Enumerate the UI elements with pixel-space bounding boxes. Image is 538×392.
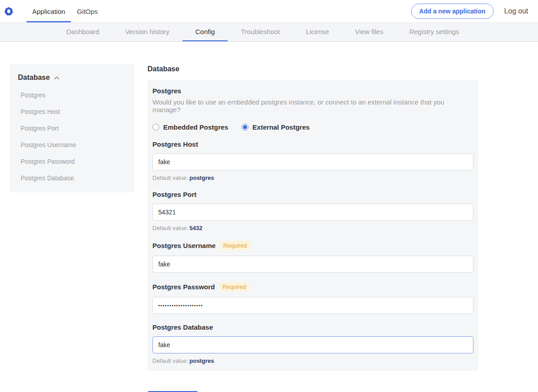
radio-embedded-postgres[interactable]: Embedded Postgres <box>152 123 228 131</box>
app-sub-nav: Dashboard Version history Config Trouble… <box>0 23 538 42</box>
radio-external-postgres-label: External Postgres <box>252 123 310 131</box>
postgres-password-input[interactable] <box>152 297 473 314</box>
postgres-group-label: Postgres <box>152 87 473 95</box>
page-title: Database <box>148 65 478 73</box>
sidebar-item-postgres-host[interactable]: Postgres Host <box>21 108 127 115</box>
postgres-group: Postgres Would you like to use an embedd… <box>152 87 473 131</box>
radio-embedded-postgres-label: Embedded Postgres <box>163 123 228 131</box>
tab-view-files[interactable]: View files <box>342 23 396 41</box>
default-value: postgres <box>190 357 214 364</box>
radio-unselected-icon[interactable] <box>152 124 159 131</box>
radio-external-postgres[interactable]: External Postgres <box>242 123 310 131</box>
postgres-username-label: Postgres Username <box>152 242 216 249</box>
default-value: postgres <box>190 174 214 181</box>
tab-version-history[interactable]: Version history <box>112 23 182 41</box>
radio-selected-icon[interactable] <box>242 124 248 131</box>
sidebar-group-label: Database <box>18 74 50 82</box>
tab-application[interactable]: Application <box>26 0 71 22</box>
add-application-button[interactable]: Add a new application <box>411 4 494 19</box>
postgres-help-text: Would you like to use an embedded postgr… <box>152 98 473 113</box>
postgres-radio-group: Embedded Postgres External Postgres <box>152 123 473 131</box>
sidebar-item-postgres-database[interactable]: Postgres Database <box>21 174 127 182</box>
required-badge: Required <box>220 241 250 250</box>
postgres-host-label: Postgres Host <box>152 140 198 148</box>
postgres-port-label: Postgres Port <box>152 191 196 198</box>
sidebar-group-database[interactable]: Database <box>18 74 127 82</box>
postgres-database-input[interactable] <box>152 336 473 353</box>
logout-link[interactable]: Log out <box>504 7 528 15</box>
postgres-host-default-hint: Default value:postgres <box>152 174 473 181</box>
default-prefix: Default value: <box>152 174 188 181</box>
postgres-database-field: Postgres Database Default value:postgres <box>152 323 473 364</box>
top-nav: Application GitOps Add a new application… <box>0 0 538 23</box>
sidebar-item-list: Postgres Postgres Host Postgres Port Pos… <box>18 91 127 182</box>
top-nav-actions: Add a new application Log out <box>411 4 528 19</box>
config-page: Database Postgres Postgres Host Postgres… <box>0 42 538 392</box>
postgres-host-input[interactable] <box>152 153 473 170</box>
required-badge: Required <box>219 282 249 292</box>
chevron-up-icon <box>54 74 60 82</box>
postgres-database-default-hint: Default value:postgres <box>152 357 473 364</box>
app-logo-icon <box>4 7 13 16</box>
postgres-password-field: Postgres Password Required <box>152 282 473 314</box>
postgres-password-label: Postgres Password <box>152 283 215 291</box>
tab-config[interactable]: Config <box>182 23 228 41</box>
default-prefix: Default value: <box>152 357 188 364</box>
postgres-database-label: Postgres Database <box>152 323 213 331</box>
postgres-username-field: Postgres Username Required <box>152 241 473 273</box>
postgres-port-field: Postgres Port Default value:5432 <box>152 191 473 231</box>
postgres-username-input[interactable] <box>152 256 473 273</box>
default-value: 5432 <box>190 225 203 231</box>
sidebar-item-postgres[interactable]: Postgres <box>21 91 127 99</box>
tab-dashboard[interactable]: Dashboard <box>53 23 112 41</box>
sidebar-item-postgres-password[interactable]: Postgres Password <box>21 158 127 165</box>
tab-license[interactable]: License <box>293 23 342 41</box>
tab-troubleshoot[interactable]: Troubleshoot <box>228 23 293 41</box>
postgres-port-default-hint: Default value:5432 <box>152 225 473 231</box>
sidebar-item-postgres-port[interactable]: Postgres Port <box>21 125 127 132</box>
default-prefix: Default value: <box>152 225 188 231</box>
sidebar-item-postgres-username[interactable]: Postgres Username <box>21 141 127 148</box>
tab-registry-settings[interactable]: Registry settings <box>396 23 472 41</box>
postgres-port-input[interactable] <box>152 204 473 221</box>
config-sidebar: Database Postgres Postgres Host Postgres… <box>10 64 134 192</box>
top-tab-bar: Application GitOps <box>26 0 104 22</box>
tab-gitops[interactable]: GitOps <box>71 0 104 22</box>
config-main: Database Postgres Would you like to use … <box>148 65 478 392</box>
config-panel: Postgres Would you like to use an embedd… <box>148 80 478 371</box>
postgres-host-field: Postgres Host Default value:postgres <box>152 140 473 181</box>
